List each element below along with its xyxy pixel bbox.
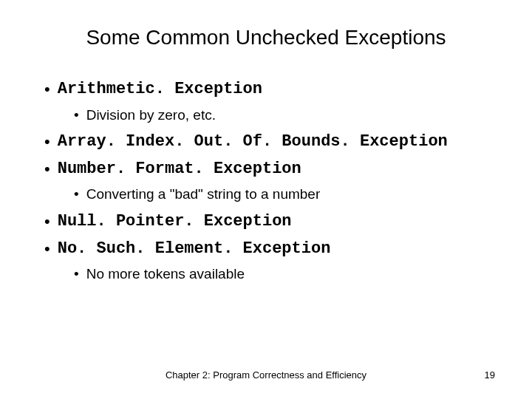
bullet-icon: • [44, 159, 50, 180]
slide-title: Some Common Unchecked Exceptions [37, 26, 495, 50]
list-item: • Number. Format. Exception [44, 159, 495, 180]
item-text: Array. Index. Out. Of. Bounds. Exception [58, 132, 448, 153]
bullet-icon: • [44, 239, 50, 260]
list-item: • Array. Index. Out. Of. Bounds. Excepti… [44, 132, 495, 153]
bullet-icon: • [44, 132, 50, 153]
item-text: Arithmetic. Exception [58, 79, 262, 100]
list-item: • Null. Pointer. Exception [44, 211, 495, 233]
subitem-text: No more tokens available [86, 265, 245, 284]
slide-footer: Chapter 2: Program Correctness and Effic… [0, 369, 532, 381]
bullet-icon: • [74, 265, 79, 284]
footer-text: Chapter 2: Program Correctness and Effic… [166, 369, 366, 381]
list-item: • Arithmetic. Exception [44, 79, 495, 100]
list-item: • No. Such. Element. Exception [44, 239, 495, 260]
slide-content: • Arithmetic. Exception • Division by ze… [37, 79, 495, 284]
item-text: Null. Pointer. Exception [58, 211, 292, 233]
list-subitem: • No more tokens available [74, 265, 495, 284]
list-subitem: • Division by zero, etc. [74, 106, 495, 125]
bullet-icon: • [74, 106, 79, 125]
page-number: 19 [485, 369, 495, 381]
item-text: Number. Format. Exception [58, 159, 301, 180]
item-text: No. Such. Element. Exception [58, 239, 331, 260]
bullet-icon: • [74, 185, 79, 204]
bullet-icon: • [44, 79, 50, 100]
bullet-icon: • [44, 211, 50, 233]
subitem-text: Converting a "bad" string to a number [86, 185, 321, 204]
list-subitem: • Converting a "bad" string to a number [74, 185, 495, 204]
subitem-text: Division by zero, etc. [86, 106, 216, 125]
